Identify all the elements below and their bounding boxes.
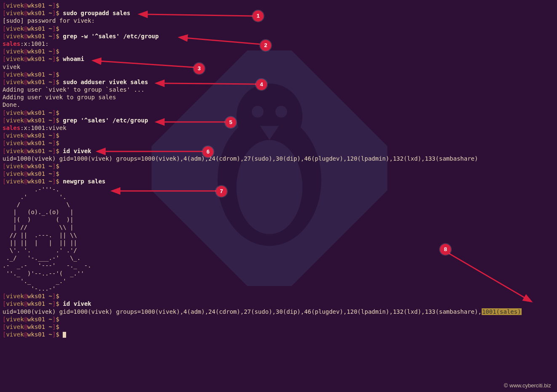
prompt-line: [vivek@wks01 ~]$ [3, 315, 554, 323]
output-adduser2: Adding user vivek to group sales [3, 93, 554, 101]
output-adduser3: Done. [3, 101, 554, 109]
cmd-newgrp: [vivek@wks01 ~]$ newgrp sales [3, 177, 554, 185]
prompt-line: [vivek@wks01 ~]$ [3, 292, 554, 300]
output-grep1: sales:x:1001: [3, 40, 554, 48]
terminal-output: [vivek@wks01 ~]$ [vivek@wks01 ~]$ sudo g… [0, 0, 557, 340]
cmd-grep: [vivek@wks01 ~]$ grep '^sales' /etc/grou… [3, 117, 554, 124]
highlight-sales-group: 1001(sales) [482, 308, 522, 315]
output-sudo-prompt: [sudo] password for vivek: [3, 17, 554, 24]
prompt-line: [vivek@wks01 ~]$ [3, 48, 554, 55]
prompt-cursor-line[interactable]: [vivek@wks01 ~]$ [3, 331, 554, 338]
cmd-id: [vivek@wks01 ~]$ id vivek [3, 147, 554, 155]
output-adduser1: Adding user `vivek' to group `sales' ... [3, 86, 554, 93]
prompt-line: [vivek@wks01 ~]$ [3, 25, 554, 32]
cmd-groupadd: [vivek@wks01 ~]$ sudo groupadd sales [3, 9, 554, 17]
prompt-line: [vivek@wks01 ~]$ [3, 162, 554, 170]
ascii-art-tux: .-'''-. .' '. / \ | (o)._.(o) | |( ) ( )… [3, 185, 554, 293]
prompt-line: [vivek@wks01 ~]$ [3, 71, 554, 78]
cmd-adduser: [vivek@wks01 ~]$ sudo adduser vivek sale… [3, 78, 554, 86]
footer-credit: © www.cyberciti.biz [504, 382, 551, 389]
prompt-line: [vivek@wks01 ~]$ [3, 109, 554, 117]
output-id2: uid=1000(vivek) gid=1000(vivek) groups=1… [3, 308, 554, 315]
prompt-line: [vivek@wks01 ~]$ [3, 323, 554, 331]
output-id1: uid=1000(vivek) gid=1000(vivek) groups=1… [3, 155, 554, 162]
prompt-line: [vivek@wks01 ~]$ [3, 139, 554, 147]
cmd-id2: [vivek@wks01 ~]$ id vivek [3, 300, 554, 307]
prompt-line: [vivek@wks01 ~]$ [3, 170, 554, 177]
output-whoami: vivek [3, 63, 554, 71]
output-grep2: sales:x:1001:vivek [3, 124, 554, 132]
prompt-line: [vivek@wks01 ~]$ [3, 132, 554, 139]
terminal-cursor [63, 332, 66, 338]
cmd-grep-w: [vivek@wks01 ~]$ grep -w '^sales' /etc/g… [3, 32, 554, 40]
prompt-line: [vivek@wks01 ~]$ [3, 2, 554, 9]
cmd-whoami: [vivek@wks01 ~]$ whoami [3, 55, 554, 63]
